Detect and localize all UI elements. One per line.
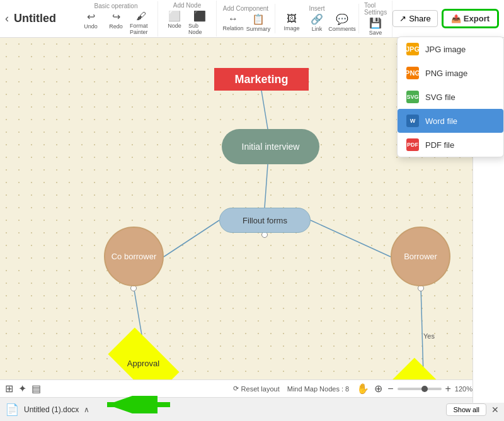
svg-line-2: [164, 220, 219, 257]
co-borrower-label: Co borrower: [112, 252, 157, 261]
marketing-label: Marketing: [234, 73, 288, 86]
add-node-group: Add Node ⬜Node ⬛Sub Node: [158, 1, 217, 36]
reset-icon: ⟳: [233, 385, 239, 393]
add-component-label: Add Component: [223, 5, 268, 12]
export-icon: 📤: [451, 14, 461, 23]
pdf-label: PDF file: [425, 140, 454, 150]
nodes-count: Mind Map Nodes : 8: [287, 385, 349, 393]
tool-settings-label: Tool Settings: [364, 2, 387, 16]
jpg-option[interactable]: JPG JPG image: [398, 37, 503, 61]
node-button[interactable]: ⬜Node: [163, 10, 186, 35]
zoom-thumb: [421, 386, 428, 392]
initial-interview-node[interactable]: Initial interview: [222, 129, 319, 164]
show-all-button[interactable]: Show all: [446, 403, 486, 416]
back-button[interactable]: ‹: [5, 12, 9, 25]
add-component-group: Add Component ↔Relation 📋Summary: [217, 4, 275, 33]
word-label: Word file: [425, 116, 457, 126]
zoom-plus-button[interactable]: +: [445, 383, 451, 395]
co-borrower-node[interactable]: Co borrower: [104, 227, 164, 286]
link-button[interactable]: 🔗Link: [306, 13, 328, 32]
marketing-node[interactable]: Marketing: [214, 68, 309, 91]
green-arrow: [101, 396, 176, 416]
zoom-controls: − + 120%: [387, 383, 472, 395]
export-button[interactable]: 📤 Export: [442, 9, 499, 28]
hand-icon[interactable]: ✋: [357, 383, 369, 395]
reset-layout-button[interactable]: ⟳ Reset layout: [233, 385, 280, 393]
export-dropdown: JPG JPG image PNG PNG image SVG SVG file…: [397, 36, 504, 157]
subnode-button[interactable]: ⬛Sub Node: [188, 10, 211, 35]
file-name: Untitled (1).docx: [24, 405, 79, 414]
insert-label: Insert: [309, 5, 324, 12]
star-icon[interactable]: ✦: [18, 383, 26, 395]
comments-button[interactable]: 💬Comments: [331, 13, 353, 32]
share-label: Share: [409, 14, 431, 23]
pdf-option[interactable]: PDF PDF file: [398, 133, 503, 157]
relation-button[interactable]: ↔Relation: [222, 13, 244, 32]
zoom-level: 120%: [455, 385, 472, 393]
insert-group: Insert 🖼Image 🔗Link 💬Comments: [275, 4, 359, 33]
reset-layout-label: Reset layout: [241, 385, 280, 393]
save-button[interactable]: 💾Save: [364, 17, 387, 36]
png-option[interactable]: PNG PNG image: [398, 61, 503, 85]
basic-operation-group: Basic operation ↩Undo ↪Redo 🖌Format Pain…: [74, 1, 158, 36]
borrower-label: Borrower: [404, 252, 437, 261]
header: ‹ Untitled Basic operation ↩Undo ↪Redo 🖌…: [0, 0, 504, 38]
svg-option[interactable]: SVG SVG file: [398, 85, 503, 109]
close-footer-button[interactable]: ✕: [491, 405, 499, 415]
file-expand-button[interactable]: ∧: [84, 405, 89, 414]
svg-icon: SVG: [406, 91, 419, 103]
svg-line-0: [261, 91, 268, 129]
svg-line-1: [265, 164, 268, 208]
borrower-node[interactable]: Borrower: [391, 227, 450, 286]
svg-line-5: [421, 286, 423, 376]
grid-icon[interactable]: ⊞: [5, 383, 13, 395]
table-icon[interactable]: ▤: [32, 383, 41, 395]
approval-left-label: Approval: [127, 359, 159, 368]
zoom-minus-button[interactable]: −: [387, 383, 393, 395]
export-label: Export: [464, 14, 490, 23]
fillout-forms-node[interactable]: Fillout forms: [219, 208, 311, 233]
word-icon: W: [406, 115, 419, 127]
png-icon: PNG: [406, 67, 419, 79]
docx-icon: 📄: [5, 403, 19, 417]
format-painter-button[interactable]: 🖌Format Painter: [130, 11, 152, 35]
undo-button[interactable]: ↩Undo: [79, 11, 102, 35]
share-icon: ↗: [399, 14, 406, 23]
fillout-forms-label: Fillout forms: [243, 216, 287, 225]
word-option[interactable]: W Word file: [398, 109, 503, 133]
image-button[interactable]: 🖼Image: [280, 13, 303, 32]
share-button[interactable]: ↗ Share: [392, 10, 438, 27]
svg-line-3: [311, 220, 391, 257]
initial-interview-label: Initial interview: [242, 142, 300, 152]
svg-label: SVG file: [425, 93, 455, 102]
jpg-label: JPG image: [425, 45, 466, 54]
png-label: PNG image: [425, 69, 467, 78]
tool-settings-group: Tool Settings 💾Save: [359, 1, 392, 37]
yes-label: Yes: [423, 332, 435, 340]
zoom-slider[interactable]: [398, 388, 442, 390]
add-node-label: Add Node: [173, 2, 201, 9]
pointer-icon[interactable]: ⊕: [374, 383, 382, 395]
redo-button[interactable]: ↪Redo: [105, 11, 127, 35]
basic-op-label: Basic operation: [94, 3, 138, 9]
document-title: Untitled: [14, 12, 64, 25]
bottom-bar: ⊞ ✦ ▤ ⟳ Reset layout Mind Map Nodes : 8 …: [0, 379, 504, 397]
jpg-icon: JPG: [406, 43, 419, 55]
summary-button[interactable]: 📋Summary: [247, 13, 270, 32]
footer: 📄 Untitled (1).docx ∧ Show all ✕: [0, 397, 504, 421]
pdf-icon: PDF: [406, 138, 419, 151]
